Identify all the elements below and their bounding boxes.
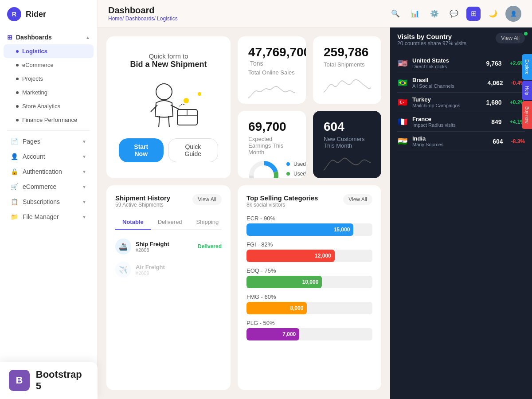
shipment-view-all[interactable]: View All: [192, 194, 222, 205]
header-left: Dashboard Home/ Dashboards/ Logistics: [108, 5, 178, 22]
shipment-item: 🚢 Ship Freight #2808 Delivered: [115, 235, 222, 258]
sidebar-item-marketing[interactable]: Marketing: [4, 86, 94, 99]
file-chevron: ▼: [82, 215, 86, 219]
country-name: India: [412, 135, 443, 142]
search-icon-button[interactable]: 🔍: [388, 7, 403, 21]
promo-subtitle: Quick form to: [149, 52, 188, 60]
ship-id: #2808: [136, 247, 169, 253]
country-flag: 🇺🇸: [397, 59, 408, 67]
content-area: Quick form to Bid a New Shipment: [98, 27, 532, 399]
bar-item: FGI - 82% 12,000: [246, 241, 372, 262]
sidebar-item-authentication[interactable]: 🔒 Authentication ▼: [4, 164, 94, 179]
sidebar-item-store-analytics[interactable]: Store Analytics: [4, 99, 94, 113]
content-scroll: Quick form to Bid a New Shipment: [98, 27, 390, 399]
theme-icon-button[interactable]: 🌙: [486, 7, 500, 21]
shipment-history-card: Shipment History 59 Active Shipments Vie…: [106, 185, 231, 390]
main-content: Dashboard Home/ Dashboards/ Logistics 🔍 …: [98, 0, 532, 399]
promo-illustration: [137, 76, 200, 129]
auth-chevron: ▼: [82, 169, 86, 174]
earnings-number: 69,700: [248, 120, 295, 134]
visits-section: Visits by Country 20 countries share 97%…: [390, 27, 532, 399]
promo-title: Bid a New Shipment: [130, 60, 207, 69]
donut-chart: [248, 160, 279, 178]
country-flag: 🇹🇷: [397, 98, 408, 106]
shipment-item-2: ✈️ Air Freight #2809: [115, 258, 222, 281]
bar-fill: 7,000: [246, 328, 299, 340]
ship-name: Ship Freight: [136, 241, 169, 247]
country-visits: 9,763: [486, 60, 502, 67]
country-change: -8.3%: [511, 138, 525, 145]
buy-now-tab[interactable]: Buy now: [522, 101, 532, 129]
bar-item: EOQ - 75% 10,000: [246, 267, 372, 288]
country-flag: 🇧🇷: [397, 79, 408, 87]
bar-track: 15,000: [246, 223, 372, 236]
user-avatar[interactable]: 👤: [505, 6, 521, 22]
account-chevron: ▼: [82, 154, 86, 159]
country-source: Mailchimp Campaigns: [412, 103, 460, 108]
dashboards-group[interactable]: ⊞ Dashboards ▲: [0, 30, 97, 44]
grid-icon-button[interactable]: ⊞: [466, 7, 481, 21]
dark-right-panel: Visits by Country 20 countries share 97%…: [390, 27, 532, 399]
tab-shipping[interactable]: Shipping: [189, 215, 226, 230]
settings-icon-button[interactable]: ⚙️: [427, 7, 442, 21]
ship-icon-2: ✈️: [115, 262, 131, 278]
bar-track: 8,000: [246, 302, 372, 314]
sidebar-item-label: Marketing: [22, 89, 47, 96]
country-visits: 604: [493, 138, 503, 145]
sidebar-item-finance[interactable]: Finance Performance: [4, 113, 94, 127]
messages-icon-button[interactable]: 💬: [447, 7, 461, 21]
quick-guide-button[interactable]: Quick Guide: [168, 138, 218, 162]
sidebar-item-label: Projects: [22, 75, 43, 82]
visits-view-all[interactable]: View All: [496, 33, 525, 43]
new-customers-card: 604 New Customers This Month Today's Her: [313, 111, 381, 178]
dot-icon: [16, 50, 19, 53]
visits-header: Visits by Country 20 countries share 97%…: [397, 33, 525, 52]
dot-icon: [16, 105, 19, 108]
ship-info: Ship Freight #2808: [136, 241, 169, 253]
country-source: All Social Channels: [412, 83, 454, 89]
chart-icon-button[interactable]: 📊: [408, 7, 422, 21]
total-shipments-card: 259,786 Total Shipments: [313, 36, 381, 104]
tab-notable[interactable]: Notable: [115, 215, 151, 230]
sidebar-item-file-manager[interactable]: 📁 File Manager ▼: [4, 210, 94, 224]
country-source: Impact Radius visits: [412, 122, 456, 128]
auth-icon: 🔒: [11, 168, 18, 175]
sidebar-item-projects[interactable]: Projects: [4, 72, 94, 86]
sidebar-item-account[interactable]: 👤 Account ▼: [4, 149, 94, 164]
total-shipments-number: 259,786: [324, 45, 371, 59]
sidebar-item-label: eCommerce: [22, 62, 54, 68]
tab-delivered[interactable]: Delivered: [151, 215, 189, 230]
country-flag: 🇮🇳: [397, 137, 408, 145]
categories-header: Top Selling Categories 8k social visitor…: [246, 194, 372, 213]
start-now-button[interactable]: Start Now: [119, 138, 164, 162]
shipments-chart: [324, 72, 371, 99]
svg-point-0: [156, 84, 172, 100]
breadcrumb: Home/ Dashboards/ Logistics: [108, 16, 178, 22]
svg-point-3: [198, 92, 201, 96]
country-visits: 849: [491, 118, 501, 125]
dashboards-section: ⊞ Dashboards ▲ Logistics eCommerce Proje…: [0, 30, 97, 127]
new-customers-label: New Customers This Month: [324, 136, 371, 149]
sidebar-item-label: Store Analytics: [22, 103, 60, 110]
online-indicator: [524, 32, 528, 35]
page-title: Dashboard: [108, 5, 178, 16]
help-tab[interactable]: Help: [522, 81, 532, 101]
sidebar-item-subscriptions[interactable]: 📋 Subscriptions ▼: [4, 195, 94, 209]
sidebar-item-pages[interactable]: 📄 Pages ▼: [4, 134, 94, 149]
sidebar-item-label: Logistics: [22, 48, 47, 55]
country-visits: 1,680: [486, 99, 502, 106]
country-item: 🇹🇷 Turkey Mailchimp Campaigns 1,680 +0.2…: [397, 93, 525, 112]
sidebar-item-ecommerce-top[interactable]: 🛒 eCommerce ▼: [4, 180, 94, 194]
sidebar-item-logistics[interactable]: Logistics: [4, 44, 94, 58]
stats-grid: 47,769,700 Tons Total Online Sales: [238, 36, 381, 178]
categories-view-all[interactable]: View All: [343, 194, 372, 205]
sidebar-item-ecommerce[interactable]: eCommerce: [4, 58, 94, 72]
dashboards-label: Dashboards: [16, 34, 52, 41]
bootstrap-watermark: B Bootstrap 5: [0, 362, 98, 399]
ship-icon: 🚢: [115, 239, 131, 254]
explore-tab[interactable]: Explore: [522, 54, 532, 80]
country-item: 🇧🇷 Brasil All Social Channels 4,062 -0.4…: [397, 73, 525, 93]
country-visits: 4,062: [488, 79, 503, 86]
pages-icon: 📄: [11, 138, 18, 145]
side-tabs: Explore Help Buy now: [522, 54, 532, 129]
